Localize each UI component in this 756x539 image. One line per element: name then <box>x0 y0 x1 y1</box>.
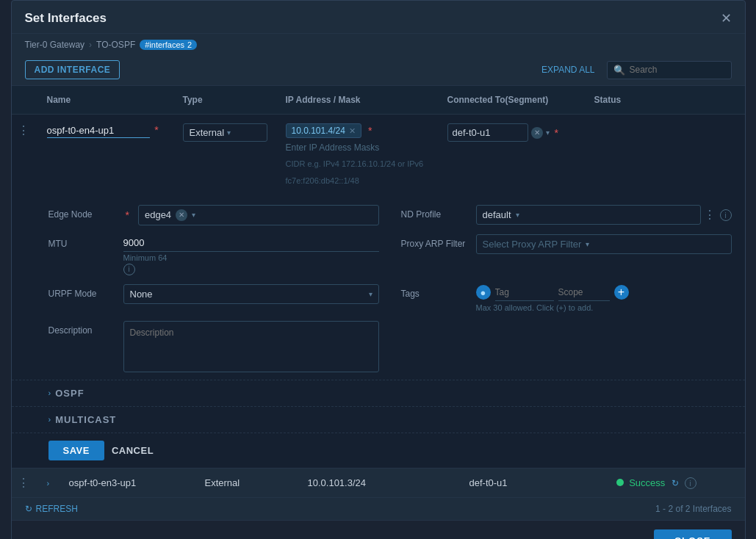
save-button[interactable]: SAVE <box>48 441 104 460</box>
multicast-accordion[interactable]: › MULTICAST <box>12 406 745 433</box>
description-textarea[interactable] <box>123 321 379 372</box>
edge-node-required: * <box>126 205 129 221</box>
search-icon: 🔍 <box>613 65 625 76</box>
tag-add-icon[interactable]: + <box>614 285 629 300</box>
row1-name-input[interactable] <box>47 123 150 138</box>
edge-node-label: Edge Node <box>48 205 115 220</box>
description-row: Description <box>48 321 379 372</box>
row1-ip-required: * <box>368 125 372 137</box>
row1-connected-chevron[interactable]: ▾ <box>546 129 550 137</box>
ospf-accordion[interactable]: › OSPF <box>12 380 745 406</box>
tags-row: Tags ● + Max 30 allowed. Click (+) to ad… <box>401 284 732 312</box>
scope-input[interactable] <box>558 284 610 301</box>
row1-ip-tag: 10.0.101.4/24 ✕ <box>286 123 361 138</box>
refresh-button[interactable]: ↻ REFRESH <box>25 504 78 514</box>
nd-profile-select[interactable]: default ▾ <box>476 205 701 225</box>
row1-ip-cell: 10.0.101.4/24 ✕ * Enter IP Address Masks… <box>280 119 442 193</box>
th-connected: Connected To(Segment) <box>442 92 588 108</box>
row2-main[interactable]: ⋮ › ospf-t0-en3-up1 External 10.0.101.3/… <box>12 469 745 497</box>
row1-type-cell: External ▾ <box>177 119 280 146</box>
row1-dots[interactable]: ⋮ <box>12 119 41 142</box>
proxy-arp-select[interactable]: Select Proxy ARP Filter ▾ <box>476 234 732 254</box>
row1-connected-required: * <box>555 127 558 139</box>
urpf-label: URPF Mode <box>48 284 115 299</box>
row1-connected-input[interactable] <box>447 123 528 142</box>
proxy-arp-chevron[interactable]: ▾ <box>586 240 589 248</box>
row2-status-dot <box>616 479 624 486</box>
proxy-arp-placeholder: Select Proxy ARP Filter <box>483 239 582 250</box>
modal-title: Set Interfaces <box>25 11 107 26</box>
row1-main: ⋮ * External ▾ <box>12 115 745 198</box>
row1-ip-value: 10.0.101.4/24 <box>292 126 345 136</box>
nd-profile-menu-icon[interactable]: ⋮ <box>704 208 717 222</box>
badge-count: 2 <box>187 40 192 49</box>
row2-name: ospf-t0-en3-up1 <box>63 474 199 491</box>
row2-refresh-icon[interactable]: ↻ <box>672 478 679 488</box>
nd-profile-label: ND Profile <box>401 205 467 220</box>
tag-input[interactable] <box>495 284 554 301</box>
tags-hint: Max 30 allowed. Click (+) to add. <box>476 303 732 312</box>
row1-menu-icon[interactable]: ⋮ <box>18 123 35 137</box>
ospf-label: OSPF <box>55 388 84 399</box>
row1-connected-wrap: ✕ ▾ * <box>447 123 583 142</box>
row1-type-value: External <box>190 127 225 138</box>
table-header: Name Type IP Address / Mask Connected To… <box>12 85 745 115</box>
proxy-arp-label: Proxy ARP Filter <box>401 234 467 249</box>
nd-profile-chevron[interactable]: ▾ <box>516 211 519 219</box>
nd-profile-info-icon[interactable]: i <box>720 209 732 221</box>
multicast-label: MULTICAST <box>55 414 116 425</box>
row1-form: Edge Node * edge4 ✕ ▾ ND Profile <box>12 198 745 380</box>
row1-ip-hint2: fc7e:f206:db42::1/48 <box>286 174 436 188</box>
close-button[interactable]: CLOSE <box>654 529 732 539</box>
row1-ip-placeholder[interactable]: Enter IP Address Masks <box>286 141 436 154</box>
nd-profile-value: default <box>483 209 511 220</box>
breadcrumb-ospf: TO-OSPF <box>96 40 135 50</box>
mtu-input[interactable] <box>123 234 379 252</box>
expand-all-button[interactable]: EXPAND ALL <box>541 65 594 75</box>
refresh-icon: ↻ <box>25 504 32 514</box>
th-status: Status <box>588 92 745 108</box>
row1-type-chevron: ▾ <box>227 129 231 137</box>
row2-menu-icon[interactable]: ⋮ <box>18 476 35 490</box>
row1-type-select[interactable]: External ▾ <box>183 123 267 142</box>
urpf-chevron[interactable]: ▾ <box>369 290 372 298</box>
edge-node-value: edge4 <box>145 209 171 220</box>
edge-node-clear-icon[interactable]: ✕ <box>176 209 187 221</box>
interfaces-badge[interactable]: #interfaces 2 <box>140 40 197 50</box>
th-type: Type <box>177 92 280 108</box>
search-input[interactable] <box>630 65 725 75</box>
multicast-chevron-icon: › <box>48 415 51 424</box>
breadcrumb-tier0: Tier-0 Gateway <box>25 40 85 50</box>
mtu-row: MTU Minimum 64 i <box>48 234 379 275</box>
row2-expand-icon[interactable]: › <box>47 479 50 488</box>
add-interface-button[interactable]: ADD INTERFACE <box>25 60 120 79</box>
urpf-select[interactable]: None ▾ <box>123 284 379 304</box>
tag-color-btn[interactable]: ● <box>476 285 491 300</box>
row2-dots[interactable]: ⋮ <box>12 473 41 493</box>
row1-connected-cell: ✕ ▾ * <box>442 119 588 146</box>
edge-node-select[interactable]: edge4 ✕ ▾ <box>138 205 379 225</box>
refresh-label: REFRESH <box>36 504 78 514</box>
edge-node-chevron[interactable]: ▾ <box>192 211 195 219</box>
row2-connected: def-t0-u1 <box>464 474 611 491</box>
search-box: 🔍 <box>607 61 732 79</box>
bottom-close-area: CLOSE <box>12 520 745 539</box>
description-label: Description <box>48 321 115 336</box>
row1-name-required: * <box>154 124 158 136</box>
breadcrumb-separator: › <box>89 40 92 50</box>
modal-header: Set Interfaces ✕ <box>12 1 745 34</box>
row1-connected-clear-icon[interactable]: ✕ <box>531 127 543 139</box>
interface-count: 1 - 2 of 2 Interfaces <box>655 504 731 514</box>
row2-expand-cell[interactable]: › <box>41 474 63 491</box>
urpf-value: None <box>130 289 153 300</box>
close-icon[interactable]: ✕ <box>721 12 732 25</box>
th-ip: IP Address / Mask <box>280 92 442 108</box>
row2-status-text: Success <box>629 477 665 488</box>
row1-ip-remove-icon[interactable]: ✕ <box>349 126 356 136</box>
tags-label: Tags <box>401 284 467 299</box>
table-row-1: ⋮ * External ▾ <box>12 115 745 469</box>
row2-status-info-icon[interactable]: i <box>685 477 696 489</box>
mtu-info-icon[interactable]: i <box>123 264 135 275</box>
cancel-button[interactable]: CANCEL <box>112 445 154 456</box>
badge-label: #interfaces <box>145 40 184 49</box>
